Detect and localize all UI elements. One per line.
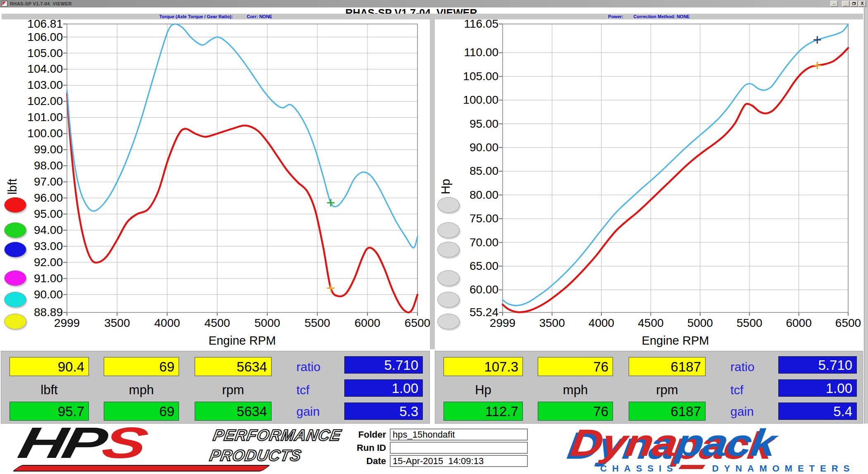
power-cursor-value: 107.3 bbox=[444, 357, 523, 376]
power-chart-panel: Power: Correction Method: NONE Hp Engine… bbox=[435, 14, 863, 349]
tcf-label: tcf bbox=[730, 382, 776, 398]
legend-oval-4[interactable] bbox=[4, 270, 26, 286]
date-input[interactable] bbox=[390, 455, 528, 467]
cursor-marker[interactable] bbox=[813, 62, 821, 69]
minimize-button[interactable]: _ bbox=[842, 1, 849, 7]
legend-oval-1[interactable] bbox=[4, 197, 26, 213]
legend-oval-3[interactable] bbox=[4, 242, 26, 257]
date-field-row: Date bbox=[342, 455, 528, 467]
x-tick-label: 6000 bbox=[347, 317, 388, 330]
dynapack-chassis-text: CHASSIS bbox=[600, 463, 678, 474]
x-tick-label: 4500 bbox=[197, 317, 238, 330]
y-tick-label: 106.81 bbox=[5, 17, 63, 31]
torque-cursor-mph: 69 bbox=[104, 357, 179, 376]
ratio-label: ratio bbox=[730, 359, 776, 375]
power-cursor2-value: 112.7 bbox=[444, 402, 523, 421]
x-tick-label: 2999 bbox=[482, 317, 523, 330]
x-tick-label: 5000 bbox=[247, 317, 288, 330]
window-right-edge bbox=[864, 7, 868, 474]
date-label: Date bbox=[342, 456, 386, 467]
power-chart-header: Power: Correction Method: NONE bbox=[435, 14, 863, 19]
rpm-unit-label: rpm bbox=[195, 382, 272, 398]
cursor-marker[interactable] bbox=[327, 199, 334, 207]
torque-chart-panel: Torque (Axle Torque / Gear Ratio): Corr:… bbox=[2, 14, 430, 349]
run-id-label: Run ID bbox=[342, 443, 386, 453]
y-tick-label: 103.00 bbox=[5, 79, 63, 92]
legend-oval-6[interactable] bbox=[4, 314, 26, 329]
run-red-torque-curve bbox=[67, 93, 417, 312]
power-plot-area[interactable] bbox=[503, 24, 848, 312]
x-tick-label: 4000 bbox=[581, 317, 622, 330]
torque-cursor2-rpm: 5634 bbox=[195, 402, 272, 421]
y-tick-label: 99.00 bbox=[5, 143, 63, 156]
app-window: RHAS-SP V1.7-04 VIEWER ↔ _ X RHAS-SP V1.… bbox=[0, 0, 868, 474]
dynapack-logo-subtitle: CHASSIS DYNAMOMETERS bbox=[600, 463, 855, 474]
x-tick-label: 5500 bbox=[297, 317, 338, 330]
x-tick-label: 3500 bbox=[532, 317, 573, 330]
legend-oval-2[interactable] bbox=[4, 222, 26, 238]
ratio-label: ratio bbox=[296, 359, 342, 375]
legend-oval-1[interactable] bbox=[437, 197, 460, 213]
hps-logo-swoosh bbox=[12, 465, 271, 472]
hps-logo: HPS bbox=[15, 422, 148, 463]
hps-tagline-line2: PRODUCTS bbox=[208, 445, 339, 466]
x-tick-label: 4000 bbox=[146, 317, 188, 330]
folder-input[interactable] bbox=[390, 429, 528, 441]
torque-x-axis-label: Engine RPM bbox=[180, 334, 304, 348]
resize-button[interactable]: ↔ bbox=[830, 1, 838, 7]
power-cursor-rpm: 6187 bbox=[629, 357, 706, 376]
hps-tagline-line1: PERFORMANCE bbox=[212, 425, 343, 445]
cursor-marker[interactable] bbox=[327, 284, 334, 292]
torque-cursor-rpm: 5634 bbox=[195, 357, 272, 376]
window-title: RHAS-SP V1.7-04 VIEWER bbox=[10, 1, 72, 6]
run-red-power-curve bbox=[503, 48, 848, 312]
x-tick-label: 6000 bbox=[778, 317, 820, 330]
y-tick-label: 85.00 bbox=[441, 164, 498, 178]
legend-oval-4[interactable] bbox=[437, 270, 460, 286]
x-tick-label: 5500 bbox=[729, 317, 770, 330]
x-tick-label: 4500 bbox=[630, 317, 671, 330]
gain-label: gain bbox=[296, 403, 342, 420]
dynapack-logo: Dynapack bbox=[568, 423, 778, 462]
title-bar: RHAS-SP V1.7-04 VIEWER ↔ _ X bbox=[0, 0, 868, 7]
power-unit-label: Hp bbox=[444, 382, 523, 398]
legend-oval-6[interactable] bbox=[437, 314, 460, 329]
power-chart-body: Hp Engine RPM 116.05110.00105.00100.0095… bbox=[435, 19, 863, 349]
y-tick-label: 92.00 bbox=[5, 256, 63, 269]
hps-logo-tagline: PERFORMANCE PRODUCTS bbox=[208, 425, 343, 466]
tcf-value: 1.00 bbox=[344, 379, 423, 397]
legend-oval-5[interactable] bbox=[4, 292, 26, 307]
power-cursor2-mph: 76 bbox=[538, 402, 613, 421]
run-id-input[interactable] bbox=[390, 442, 528, 454]
dynapack-dynamometers-text: DYNAMOMETERS bbox=[712, 463, 855, 474]
power-cursor-mph: 76 bbox=[538, 357, 613, 376]
y-tick-label: 116.05 bbox=[441, 17, 498, 31]
gain-value: 5.4 bbox=[778, 403, 857, 420]
y-tick-label: 101.00 bbox=[5, 111, 63, 124]
cursor-marker[interactable] bbox=[813, 36, 821, 43]
close-button[interactable]: X bbox=[858, 1, 866, 7]
gain-label: gain bbox=[730, 403, 776, 420]
ratio-value: 5.710 bbox=[778, 356, 857, 374]
power-x-axis-label: Engine RPM bbox=[613, 334, 737, 348]
restore-icon bbox=[852, 2, 856, 5]
folder-label: Folder bbox=[342, 429, 386, 440]
legend-oval-5[interactable] bbox=[437, 292, 460, 307]
plot-canvas bbox=[67, 24, 417, 312]
dynapack-dash-icon bbox=[678, 465, 705, 469]
x-tick-label: 3500 bbox=[96, 317, 138, 330]
y-tick-label: 105.00 bbox=[5, 47, 63, 60]
y-tick-label: 100.00 bbox=[5, 127, 63, 140]
torque-unit-label: lbft bbox=[10, 382, 89, 398]
legend-oval-3[interactable] bbox=[437, 242, 460, 257]
y-tick-label: 110.00 bbox=[441, 46, 498, 59]
page-title: RHAS-SP V1.7-04 VIEWER bbox=[345, 7, 477, 14]
rpm-unit-label: rpm bbox=[629, 382, 706, 398]
ratio-value: 5.710 bbox=[344, 356, 423, 374]
window-controls: ↔ _ X bbox=[830, 1, 866, 7]
y-tick-label: 102.00 bbox=[5, 95, 63, 108]
restore-button[interactable] bbox=[850, 1, 858, 7]
torque-plot-area[interactable] bbox=[67, 24, 417, 312]
y-tick-label: 90.00 bbox=[441, 141, 498, 154]
legend-oval-2[interactable] bbox=[437, 222, 460, 238]
